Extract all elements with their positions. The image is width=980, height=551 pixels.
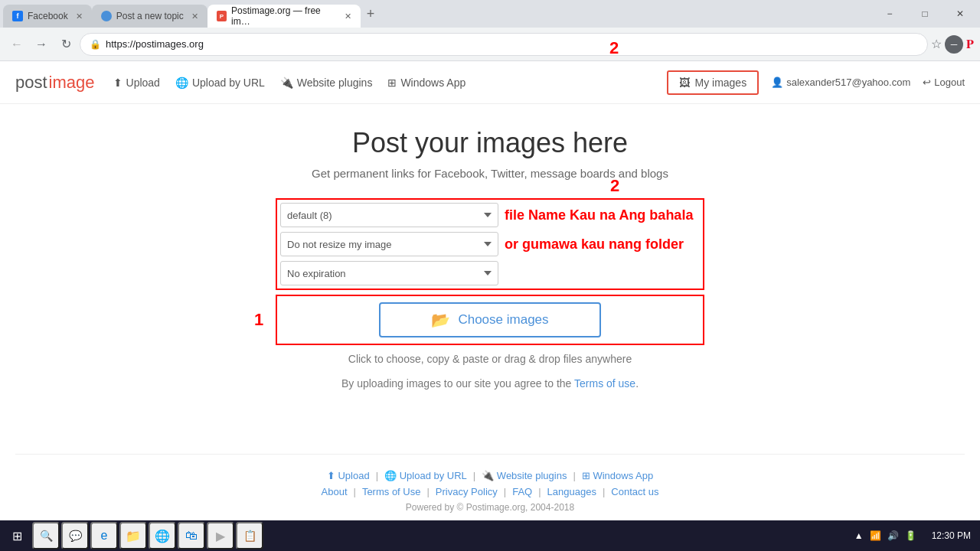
taskbar-media[interactable]: ▶ (207, 522, 234, 549)
gallery-annotation-box: default (8) Create new album file Name K… (276, 198, 704, 290)
nav-windows-app[interactable]: ⊞ Windows App (387, 77, 466, 89)
page-title: Post your images here (352, 127, 628, 159)
tray-network[interactable]: 📶 (870, 530, 881, 541)
resize-row: Do not resize my image Resize to 320x240… (280, 232, 700, 256)
footer-upload-url-link[interactable]: 🌐 Upload by URL (384, 470, 467, 481)
close-tab-post-topic[interactable]: ✕ (191, 11, 198, 21)
tab-label-postimage: Postimage.org — free im… (231, 5, 337, 27)
logout-icon: ↩ (923, 77, 931, 88)
nav-upload[interactable]: ⬆ Upload (113, 77, 160, 89)
main-content: 2 Post your images here Get permanent li… (0, 104, 980, 520)
close-window-button[interactable]: ✕ (943, 2, 977, 25)
footer-faq-link[interactable]: FAQ (512, 486, 532, 497)
footer-upload-link[interactable]: ⬆ Upload (327, 470, 370, 481)
tab-post-topic[interactable]: Post a new topic ✕ (92, 5, 207, 28)
title-bar: f Facebook ✕ Post a new topic ✕ P Postim… (0, 0, 980, 28)
sys-tray: ▲ 📶 🔊 🔋 (848, 530, 923, 541)
annotation-2: 2 (609, 38, 619, 58)
choose-images-label: Choose images (458, 312, 548, 328)
taskbar-chrome[interactable]: 🌐 (149, 522, 176, 549)
user-icon: 👤 (771, 77, 783, 88)
footer-windows-icon: ⊞ (582, 470, 590, 481)
close-tab-postimage[interactable]: ✕ (345, 11, 351, 21)
upload-icon: ⬆ (113, 77, 122, 89)
back-button[interactable]: ← (6, 34, 28, 55)
my-images-button[interactable]: 🖼 My images (667, 70, 759, 95)
taskbar-cortana[interactable]: 💬 (61, 522, 89, 549)
footer-website-plugins-link[interactable]: 🔌 Website plugins (482, 470, 567, 481)
footer-powered-by: Powered by © Postimage.org, 2004-2018 (15, 502, 965, 513)
expiry-select[interactable]: No expiration 1 hour 1 day 1 week 1 mont… (280, 261, 498, 285)
taskbar-store[interactable]: 🛍 (178, 522, 205, 549)
taskbar-explorer[interactable]: 📁 (119, 522, 147, 549)
footer-links-bottom: About | Terms of Use | Privacy Policy | … (15, 486, 965, 497)
nav-upload-url-label: Upload by URL (192, 77, 265, 89)
image-icon: 🖼 (679, 77, 690, 89)
footer-privacy-link[interactable]: Privacy Policy (436, 486, 498, 497)
footer-sep-6: | (504, 486, 506, 497)
annotation-2-label: 2 (610, 176, 619, 196)
reload-button[interactable]: ↻ (55, 34, 77, 55)
footer-terms-link[interactable]: Terms of Use (362, 486, 421, 497)
drag-hint: Click to choose, copy & paste or drag & … (276, 353, 704, 365)
footer-sep-1: | (376, 470, 378, 481)
taskbar-unknown[interactable]: 📋 (236, 522, 263, 549)
footer-sep-8: | (603, 486, 605, 497)
site-nav: postimage ⬆ Upload 🌐 Upload by URL 🔌 Web… (0, 61, 980, 104)
address-input-wrap[interactable]: 🔒 https://postimages.org (80, 33, 928, 56)
address-text: https://postimages.org (106, 38, 918, 50)
terms-text: By uploading images to our site you agre… (276, 377, 704, 390)
footer-windows-app-label: Windows App (593, 470, 653, 481)
tray-battery[interactable]: 🔋 (905, 530, 916, 541)
footer-plugin-icon: 🔌 (482, 470, 494, 481)
postimage-tab-icon: P (217, 11, 227, 21)
start-button[interactable]: ⊞ (3, 522, 31, 549)
forward-button[interactable]: → (31, 34, 52, 55)
post-topic-tab-icon (101, 11, 112, 21)
tray-arrow[interactable]: ▲ (854, 530, 864, 541)
tab-postimage[interactable]: P Postimage.org — free im… ✕ (207, 5, 361, 28)
nav-links: ⬆ Upload 🌐 Upload by URL 🔌 Website plugi… (113, 77, 649, 89)
nav-right: 🖼 My images 👤 salexander517@yahoo.com ↩ … (667, 70, 965, 95)
choose-images-button[interactable]: 📂 Choose images (379, 302, 601, 337)
user-email-text: salexander517@yahoo.com (786, 77, 910, 88)
maximize-button[interactable]: □ (908, 2, 942, 25)
logo-image: image (49, 73, 95, 93)
my-images-label: My images (694, 77, 746, 89)
annotation-text-1: file Name Kau na Ang bahala (505, 207, 693, 223)
logout-link[interactable]: ↩ Logout (923, 77, 965, 88)
footer-about-link[interactable]: About (322, 486, 348, 497)
resize-select[interactable]: Do not resize my image Resize to 320x240… (280, 232, 498, 256)
folder-icon: 📂 (431, 311, 450, 329)
taskbar-search[interactable]: 🔍 (32, 522, 60, 549)
tab-facebook[interactable]: f Facebook ✕ (3, 5, 92, 28)
footer-windows-app-link[interactable]: ⊞ Windows App (582, 470, 653, 481)
gallery-select[interactable]: default (8) Create new album (280, 203, 498, 227)
footer-contact-link[interactable]: Contact us (611, 486, 658, 497)
footer-upload-icon: ⬆ (327, 470, 335, 481)
footer-languages-link[interactable]: Languages (547, 486, 596, 497)
user-email-link[interactable]: 👤 salexander517@yahoo.com (771, 77, 910, 88)
globe-icon: 🌐 (175, 77, 188, 89)
minimize-button[interactable]: − (873, 2, 906, 25)
taskbar-edge[interactable]: e (90, 522, 118, 549)
logo: postimage (15, 73, 95, 93)
profile-button[interactable]: ─ (945, 35, 963, 54)
nav-website-plugins[interactable]: 🔌 Website plugins (280, 77, 373, 89)
close-tab-facebook[interactable]: ✕ (76, 11, 83, 21)
footer-globe-icon: 🌐 (384, 470, 397, 481)
footer-sep-3: | (573, 470, 575, 481)
site-footer: ⬆ Upload | 🌐 Upload by URL | 🔌 Website p… (15, 454, 965, 520)
terms-of-use-link[interactable]: Terms of use (574, 377, 635, 390)
bookmark-button[interactable]: ☆ (931, 37, 942, 51)
terms-suffix: . (635, 377, 639, 390)
footer-upload-url-label: Upload by URL (400, 470, 467, 481)
annotation-1-label: 1 (254, 310, 263, 330)
add-tab-button[interactable]: + (361, 6, 381, 22)
upload-zone: 1 📂 Choose images (276, 295, 704, 345)
form-area: default (8) Create new album file Name K… (276, 198, 704, 390)
tray-sound[interactable]: 🔊 (887, 530, 899, 541)
pinterest-button[interactable]: 𝐏 (966, 37, 974, 51)
gallery-row: default (8) Create new album file Name K… (280, 203, 700, 227)
nav-upload-url[interactable]: 🌐 Upload by URL (175, 77, 265, 89)
